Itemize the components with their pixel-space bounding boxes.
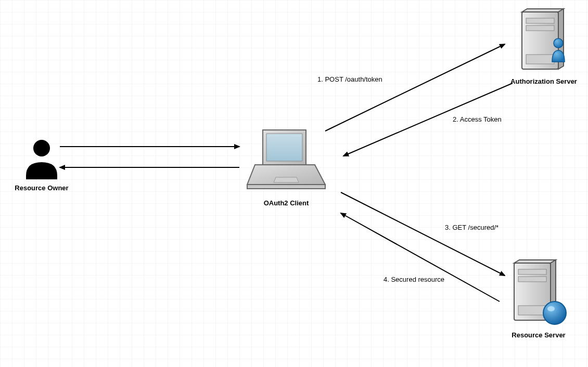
svg-marker-4 [247, 185, 325, 189]
svg-point-20 [547, 306, 555, 311]
node-resource-owner: Resource Owner [10, 135, 73, 192]
resource-server-icon [505, 259, 572, 329]
svg-marker-14 [514, 260, 556, 263]
auth-server-icon [513, 8, 575, 75]
svg-marker-7 [522, 9, 564, 12]
person-icon [21, 135, 62, 182]
laptop-icon [245, 127, 328, 195]
svg-rect-10 [526, 25, 554, 31]
node-resource-server: Resource Server [500, 259, 578, 339]
svg-point-12 [554, 38, 563, 48]
svg-rect-16 [518, 269, 546, 274]
svg-rect-18 [518, 306, 546, 315]
flow-step1-label: 1. POST /oauth/token [317, 75, 382, 83]
oauth-client-label: OAuth2 Client [245, 199, 328, 207]
svg-marker-5 [274, 177, 299, 182]
svg-marker-2 [266, 134, 302, 161]
node-oauth-client: OAuth2 Client [245, 127, 328, 207]
resource-owner-label: Resource Owner [10, 184, 73, 192]
flow-step4-label: 4. Secured resource [384, 276, 444, 283]
svg-rect-11 [526, 55, 554, 64]
node-auth-server: Authorization Server [505, 8, 583, 85]
svg-point-19 [543, 302, 566, 324]
resource-server-label: Resource Server [500, 331, 578, 339]
svg-rect-9 [526, 18, 554, 23]
svg-point-0 [33, 140, 50, 156]
flow-step3-label: 3. GET /secured/* [445, 224, 498, 231]
flow-step2-label: 2. Access Token [453, 115, 502, 123]
auth-server-label: Authorization Server [505, 77, 583, 85]
svg-rect-17 [518, 277, 546, 282]
